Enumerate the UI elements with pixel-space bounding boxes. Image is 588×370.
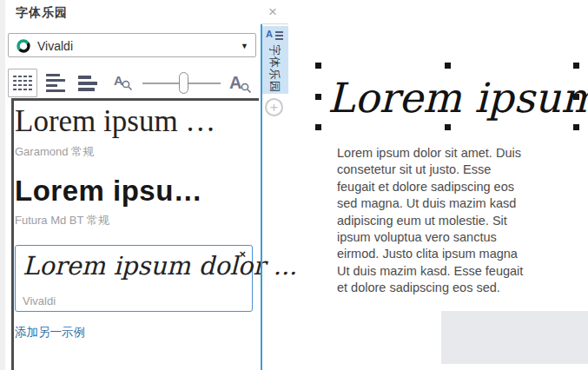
sample-font-name: Futura Md BT 常规 (15, 213, 254, 228)
add-another-sample-link[interactable]: 添加另一示例 (15, 325, 85, 340)
font-selector-value: Vivaldi (37, 39, 73, 53)
multi-line-view-icon (42, 69, 69, 97)
panel-title: 字体乐园 (16, 5, 68, 21)
sample-preview-text: Lorem ipsu… (15, 175, 254, 208)
headline-selection-box: Lorem ipsum (315, 63, 579, 130)
app-root: 字体乐园 × Vivaldi ▼ (0, 0, 588, 370)
sample-font-name: Garamond 常规 (15, 144, 254, 160)
tab-font-playground-label[interactable]: 字体乐园 (267, 43, 282, 94)
sample-font-name: Vivaldi (23, 294, 56, 307)
increase-preview-size-icon[interactable]: A (229, 73, 241, 96)
body-text-object[interactable]: Lorem ipsum dolor sit amet. Duis consete… (337, 145, 554, 297)
waterfall-view-icon (74, 69, 102, 97)
sample-preview-text: Lorem ipsum … (15, 104, 254, 139)
font-selector[interactable]: Vivaldi ▼ (8, 33, 256, 57)
docker-close-icon[interactable]: × (264, 3, 281, 21)
sample-list-border (11, 98, 259, 101)
waterfall-view-button[interactable] (74, 69, 102, 97)
single-line-view-button[interactable] (8, 69, 37, 97)
multi-line-view-button[interactable] (42, 69, 69, 97)
add-docker-icon[interactable]: + (265, 98, 283, 116)
docker-titlebar: 字体乐园 (5, 0, 288, 24)
selection-handle[interactable] (315, 124, 321, 130)
font-playground-tab-icon[interactable]: A (266, 29, 283, 42)
opentype-o-icon (17, 39, 30, 53)
preview-size-slider-thumb[interactable] (179, 72, 188, 94)
tabstrip-divider (261, 23, 288, 24)
headline-text-object[interactable]: Lorem ipsum (327, 77, 588, 118)
docker-edge (0, 0, 5, 370)
chevron-down-icon: ▼ (241, 42, 248, 50)
selection-handle[interactable] (573, 63, 579, 69)
sample-list-border (11, 98, 14, 370)
selection-handle[interactable] (315, 94, 321, 100)
selection-handle[interactable] (315, 63, 321, 69)
selection-handle[interactable] (445, 63, 451, 69)
font-sample-vivaldi-selected[interactable]: × Lorem ipsum dolor ... Vivaldi (15, 245, 253, 312)
decrease-preview-size-icon[interactable]: A (114, 73, 123, 96)
selection-handle[interactable] (573, 124, 579, 130)
font-sample-futura[interactable]: Lorem ipsu… Futura Md BT 常规 (15, 175, 254, 228)
overlay-placeholder (441, 311, 588, 364)
selection-handle[interactable] (445, 124, 451, 130)
sample-preview-text: Lorem ipsum dolor ... (23, 251, 297, 281)
single-line-view-icon (9, 69, 36, 96)
font-sample-garamond[interactable]: Lorem ipsum … Garamond 常规 (15, 104, 254, 160)
